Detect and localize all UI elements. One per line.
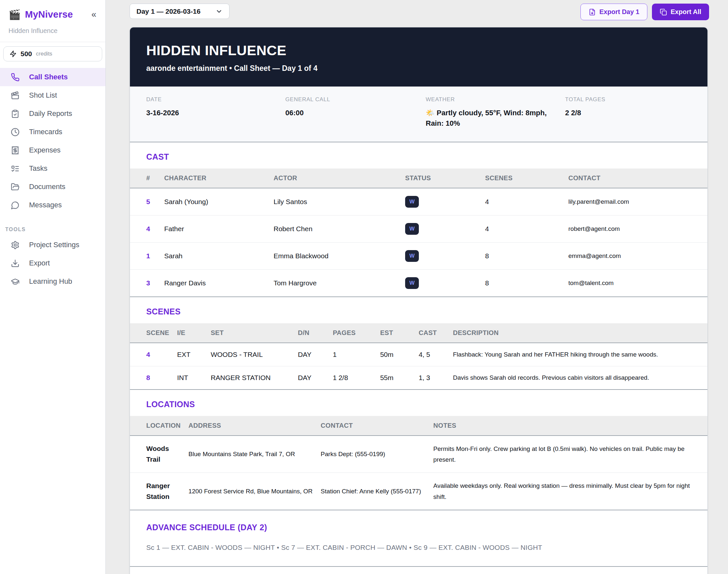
export-day-button[interactable]: Export Day 1 (581, 4, 647, 20)
status-badge: W (405, 223, 419, 235)
character-cell: Ranger Davis (160, 270, 270, 297)
export-all-label: Export All (671, 8, 701, 16)
sidebar-item-label: Learning Hub (29, 277, 72, 286)
character-cell: Father (160, 215, 270, 242)
status-cell: W (401, 215, 481, 242)
contact-cell: robert@agent.com (564, 215, 708, 242)
column-header: CAST (415, 323, 449, 343)
export-all-button[interactable]: Export All (652, 4, 709, 20)
sidebar-item-label: Messages (29, 201, 62, 209)
dn-cell: DAY (294, 366, 329, 390)
ie-cell: EXT (173, 343, 207, 366)
status-badge: W (405, 277, 419, 289)
status-badge: W (405, 196, 419, 208)
sidebar-item-label: Daily Reports (29, 109, 72, 118)
table-row: Ranger Station1200 Forest Service Rd, Bl… (130, 473, 708, 510)
cast-table-header-row: #CHARACTERACTORSTATUSSCENESCONTACT (130, 168, 708, 188)
column-header: SCENE (130, 323, 173, 343)
sidebar-item-documents[interactable]: Documents (0, 178, 105, 196)
clapperboard-icon (11, 91, 19, 100)
info-strip: DATE 3-16-2026 GENERAL CALL 06:00 WEATHE… (130, 86, 708, 142)
locations-table-header-row: LOCATIONADDRESSCONTACTNOTES (130, 416, 708, 436)
address-cell: Blue Mountains State Park, Trail 7, OR (184, 436, 317, 473)
status-cell: W (401, 270, 481, 297)
actor-cell: Lily Santos (270, 188, 401, 215)
cast-cell: 4, 5 (415, 343, 449, 366)
credits-amount: 500 (20, 50, 32, 58)
sidebar-item-project-settings[interactable]: Project Settings (0, 236, 105, 254)
info-total-pages: TOTAL PAGES 2 2/8 (565, 96, 691, 129)
sidebar-item-label: Project Settings (29, 241, 79, 249)
sidebar-item-expenses[interactable]: Expenses (0, 141, 105, 159)
scenes-cell: 4 (481, 188, 564, 215)
table-row: Woods TrailBlue Mountains State Park, Tr… (130, 436, 708, 473)
scenes-table: SCENEI/ESETD/NPAGESESTCASTDESCRIPTION 4E… (130, 323, 708, 390)
sidebar-header: 🎬 MyNiverse « Hidden Influence (0, 0, 105, 42)
copy-pages-icon (660, 8, 667, 16)
production-notes-title: PRODUCTION NOTES (130, 567, 708, 574)
locations-table: LOCATIONADDRESSCONTACTNOTES Woods TrailB… (130, 416, 708, 510)
day-select[interactable]: Day 1 — 2026-03-16 (130, 4, 229, 19)
est-cell: 55m (376, 366, 415, 390)
sidebar-item-export[interactable]: Export (0, 254, 105, 272)
chevron-down-icon (215, 8, 223, 15)
credits-label: credits (36, 51, 52, 57)
cast-section-title: CAST (130, 142, 708, 168)
scenes-cell: 4 (481, 215, 564, 242)
scenes-cell: 8 (481, 242, 564, 270)
status-badge: W (405, 250, 419, 262)
scenes-section: SCENES SCENEI/ESETD/NPAGESESTCASTDESCRIP… (130, 297, 708, 390)
sidebar-item-shot-list[interactable]: Shot List (0, 86, 105, 105)
clock-icon (11, 128, 19, 136)
scenes-table-header-row: SCENEI/ESETD/NPAGESESTCASTDESCRIPTION (130, 323, 708, 343)
folder-icon (11, 182, 19, 191)
column-header: LOCATION (130, 416, 184, 436)
info-weather: WEATHER 🌤️ Partly cloudy, 55°F, Wind: 8m… (426, 96, 565, 129)
table-row: 3Ranger DavisTom HargroveW8tom@talent.co… (130, 270, 708, 297)
table-row: 4EXTWOODS - TRAILDAY150m4, 5Flashback: Y… (130, 343, 708, 366)
advance-schedule-title: ADVANCE SCHEDULE (DAY 2) (130, 510, 708, 539)
info-label: TOTAL PAGES (565, 96, 691, 103)
call-sheet-title: HIDDEN INFLUENCE (146, 42, 691, 58)
call-sheet-header: HIDDEN INFLUENCE aaronde entertainment •… (130, 28, 708, 86)
dn-cell: DAY (294, 343, 329, 366)
status-cell: W (401, 242, 481, 270)
credits-pill: 500 credits (3, 46, 102, 62)
info-value: 2 2/8 (565, 108, 691, 118)
lightning-icon (9, 50, 17, 57)
column-header: CHARACTER (160, 168, 270, 188)
sidebar-item-label: Call Sheets (29, 73, 68, 81)
gear-icon (11, 241, 19, 249)
sidebar-item-daily-reports[interactable]: Daily Reports (0, 105, 105, 123)
download-icon (11, 259, 19, 268)
pages-cell: 1 (329, 343, 376, 366)
notes-cell: Available weekdays only. Real working st… (429, 473, 708, 510)
column-header: D/N (294, 323, 329, 343)
sidebar-item-timecards[interactable]: Timecards (0, 123, 105, 141)
sidebar-item-call-sheets[interactable]: Call Sheets (0, 68, 105, 86)
locations-section-title: LOCATIONS (130, 390, 708, 416)
call-sheet-subtitle: aaronde entertainment • Call Sheet — Day… (146, 64, 691, 73)
table-row: 5Sarah (Young)Lily SantosW4lily.parent@e… (130, 188, 708, 215)
column-header: SCENES (481, 168, 564, 188)
column-header: ACTOR (270, 168, 401, 188)
description-cell: Davis shows Sarah old records. Previous … (449, 366, 708, 390)
column-header: # (130, 168, 160, 188)
column-header: NOTES (429, 416, 708, 436)
address-cell: 1200 Forest Service Rd, Blue Mountains, … (184, 473, 317, 510)
production-notes-section: PRODUCTION NOTES Day exteriors and range… (130, 567, 708, 574)
phone-icon (11, 73, 19, 82)
info-label: GENERAL CALL (285, 96, 426, 103)
sidebar-item-label: Timecards (29, 128, 62, 136)
pages-cell: 1 2/8 (329, 366, 376, 390)
call-sheet-card: HIDDEN INFLUENCE aaronde entertainment •… (130, 27, 708, 574)
info-value: 3-16-2026 (146, 108, 285, 118)
set-cell: RANGER STATION (207, 366, 294, 390)
sidebar-item-messages[interactable]: Messages (0, 196, 105, 214)
sidebar-item-tasks[interactable]: Tasks (0, 159, 105, 178)
sidebar-item-learning-hub[interactable]: Learning Hub (0, 272, 105, 291)
sidebar-collapse-button[interactable]: « (90, 10, 98, 19)
scenes-cell: 8 (481, 270, 564, 297)
cast-section: CAST #CHARACTERACTORSTATUSSCENESCONTACT … (130, 142, 708, 297)
topbar: Day 1 — 2026-03-16 Export Day 1 Export A… (106, 0, 728, 20)
